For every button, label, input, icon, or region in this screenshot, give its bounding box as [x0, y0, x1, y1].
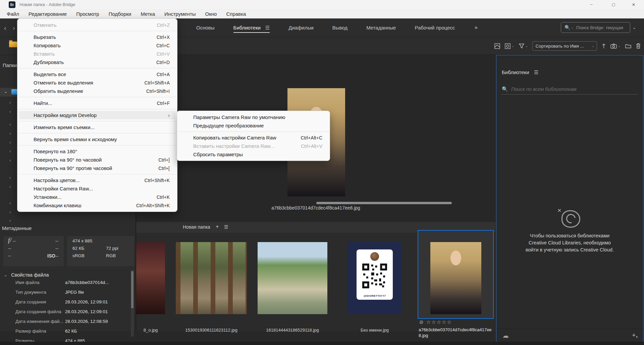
sort-dropdown[interactable]: Сортировать по Имя ... ⌄ — [532, 41, 597, 51]
thumbnail-cell-2[interactable]: 1530019306111623112.jpg — [173, 233, 250, 331]
edit-menu-item-21[interactable]: Повернуть на 90° по часовойCtrl+] — [17, 156, 177, 164]
edit-menu-item-24[interactable]: Настройка цветов...Ctrl+Shift+K — [17, 176, 177, 184]
camera-raw-item-2[interactable]: Предыдущее преобразование — [177, 121, 330, 130]
horizontal-scrollbar[interactable] — [136, 202, 495, 205]
tabs-overflow-icon[interactable]: » — [475, 24, 477, 31]
tab-5[interactable]: Метаданные — [366, 18, 396, 37]
libraries-menu-icon[interactable]: ☰ — [534, 69, 538, 75]
tab-1[interactable]: Основы — [196, 18, 215, 37]
favorites-folder-icon[interactable] — [9, 42, 17, 47]
menubar-item-1[interactable]: Файл — [2, 9, 24, 18]
back-arrow-icon[interactable]: ‹ — [4, 24, 6, 31]
preview-quality-icon[interactable]: ⌄ — [505, 43, 514, 49]
thumbnail-image[interactable] — [258, 242, 327, 314]
camera-raw-item-4[interactable]: Копировать настройки Camera RawCtrl+Alt+… — [177, 133, 330, 142]
thumbnail-cell-1[interactable]: 8_o.jpg — [136, 233, 165, 331]
close-button[interactable] — [626, 0, 641, 9]
delete-trash-icon[interactable] — [636, 43, 641, 49]
thumbnail-filename[interactable]: a76b3cbbe037014d7cdec4f8ca417ee8.jpg — [419, 327, 493, 338]
search-dropdown-chevron-icon[interactable]: ⌄ — [633, 25, 636, 30]
tree-collapse-chevron-icon[interactable]: › — [9, 149, 11, 154]
property-value[interactable]: a76b3cbbe037014d... — [65, 280, 109, 285]
tree-collapse-chevron-icon[interactable]: › — [9, 140, 11, 145]
edit-menu-item-6[interactable]: ДублироватьCtrl+D — [17, 58, 177, 66]
edit-menu-item-16[interactable]: Изменить время съемки... — [17, 123, 177, 131]
bridge-search-input[interactable]: 🔍 ⌄ Поиск Bridge: текущая — [561, 22, 630, 33]
tree-collapse-chevron-icon[interactable]: › — [9, 109, 11, 114]
edit-menu-item-18[interactable]: Вернуть время съемки к исходному — [17, 135, 177, 143]
menubar-item-4[interactable]: Подборки — [104, 9, 136, 18]
edit-menu-item-12[interactable]: Найти...Ctrl+F — [17, 99, 177, 107]
filter-icon[interactable]: ⌄ — [519, 44, 528, 49]
thumbnail-filename[interactable]: 8_o.jpg — [136, 328, 165, 333]
thumbnail-image[interactable] — [176, 242, 247, 314]
quality-thumbnail-icon[interactable] — [494, 43, 500, 49]
libraries-search-input[interactable]: 🔍 Поиск по всем библиотекам — [501, 85, 638, 95]
import-from-camera-icon[interactable]: ⌄ — [610, 44, 621, 49]
thumbnail-image[interactable] — [430, 242, 481, 314]
thumbnail-cell-5[interactable]: ⊘ ☆☆☆☆☆a76b3cbbe037014d7cdec4f8ca417ee8.… — [419, 233, 493, 331]
tree-collapse-chevron-icon[interactable]: › — [9, 131, 11, 136]
edit-menu-item-20[interactable]: Повернуто на 180° — [17, 147, 177, 156]
star-rating-icons[interactable]: ☆☆☆☆☆ — [426, 319, 452, 325]
thumbnail-cell-3[interactable]: 1618144443186529118.jpg — [255, 233, 330, 331]
edit-menu-item-14[interactable]: Настройки модуля Develop› — [19, 111, 175, 119]
minimize-button[interactable] — [584, 0, 599, 9]
edit-menu-item-10[interactable]: Обратить выделениеCtrl+Shift+I — [17, 87, 177, 95]
edit-menu-item-4[interactable]: КопироватьCtrl+C — [17, 41, 177, 50]
sort-direction-icon[interactable] — [602, 43, 606, 49]
add-library-button[interactable]: +▾ — [632, 332, 638, 339]
tree-collapse-chevron-icon[interactable]: › — [9, 100, 11, 105]
tab-6[interactable]: Рабочий процесс — [415, 18, 455, 37]
metadata-panel-tab[interactable]: Метаданные — [2, 225, 32, 231]
thumbnail-filename[interactable]: 1618144443186529118.jpg — [255, 328, 330, 333]
menubar-item-2[interactable]: Редактирование — [24, 9, 71, 18]
tab-2[interactable]: Библиотеки☰ — [233, 18, 270, 37]
maximize-button[interactable] — [606, 0, 621, 9]
property-value[interactable]: JPEG file — [65, 290, 84, 295]
edit-menu-item-3[interactable]: ВырезатьCtrl+X — [17, 33, 177, 41]
thumbnail-filename[interactable]: Без имени.jpg — [337, 328, 412, 333]
property-value[interactable]: 28.03.2026, 12:09:01 — [65, 309, 108, 314]
cloud-sync-off-icon[interactable]: ☁⊗ — [502, 332, 508, 339]
edit-menu-item-25[interactable]: Настройки Camera Raw... — [17, 184, 177, 193]
metadata-scrollbar[interactable] — [131, 270, 134, 337]
rating-row[interactable]: ⊘ ☆☆☆☆☆ — [419, 319, 452, 325]
menubar-item-3[interactable]: Просмотр — [71, 9, 104, 18]
path-folder-label[interactable]: Новая папка — [183, 224, 210, 230]
thumbnail-image[interactable] — [136, 242, 165, 314]
property-value[interactable]: 28.03.2026, 12:08:59 — [65, 319, 108, 324]
edit-menu-item-27[interactable]: Комбинации клавишCtrl+Alt+Shift+K — [17, 201, 177, 210]
edit-menu-item-8[interactable]: Выделить всеCtrl+A — [17, 70, 177, 78]
edit-menu-item-9[interactable]: Отменить все выделенияCtrl+Shift+A — [17, 78, 177, 87]
edit-menu-item-26[interactable]: Установки...Ctrl+K — [17, 193, 177, 201]
tree-collapse-chevron-icon[interactable]: › — [9, 200, 11, 206]
tree-collapse-chevron-icon[interactable]: › — [9, 158, 11, 163]
tree-collapse-chevron-icon[interactable]: › — [9, 175, 11, 180]
menubar-item-6[interactable]: Инструменты — [160, 9, 201, 18]
tab-menu-icon[interactable]: ☰ — [265, 25, 270, 31]
property-value[interactable]: 62 КБ — [65, 329, 77, 334]
panel-menu-icon[interactable]: ☰ — [224, 224, 228, 230]
tree-collapse-chevron-icon[interactable]: › — [9, 218, 11, 223]
chevron-expanded-icon[interactable]: ⌄ — [4, 89, 7, 94]
tree-collapse-chevron-icon[interactable]: › — [9, 210, 11, 215]
forward-arrow-icon[interactable]: › — [13, 24, 15, 31]
property-value[interactable]: 28.03.2026, 12:09:01 — [65, 299, 108, 304]
thumbnail-filename[interactable]: 1530019306111623112.jpg — [173, 328, 250, 333]
menubar-item-5[interactable]: Метка — [136, 9, 160, 18]
tab-4[interactable]: Вывод — [332, 18, 347, 37]
no-rating-icon[interactable]: ⊘ — [419, 319, 426, 325]
thumbnail-image[interactable]: @DIORETT0777 — [348, 242, 401, 314]
file-properties-header[interactable]: ⌄ Свойства файла — [0, 272, 131, 278]
add-icon[interactable]: + — [216, 224, 219, 230]
tab-3[interactable]: Диафильм — [288, 18, 313, 37]
tree-collapse-chevron-icon[interactable]: › — [9, 122, 11, 127]
camera-raw-item-1[interactable]: Параметры Camera Raw по умолчанию — [177, 113, 330, 121]
new-folder-icon[interactable] — [625, 44, 631, 48]
thumbnail-cell-4[interactable]: @DIORETT0777Без имени.jpg — [337, 233, 412, 331]
menubar-item-8[interactable]: Справка — [221, 9, 251, 18]
camera-raw-item-6[interactable]: Сбросить параметры — [177, 150, 330, 159]
tree-collapse-chevron-icon[interactable]: › — [9, 184, 11, 189]
menubar-item-7[interactable]: Окно — [201, 9, 222, 18]
